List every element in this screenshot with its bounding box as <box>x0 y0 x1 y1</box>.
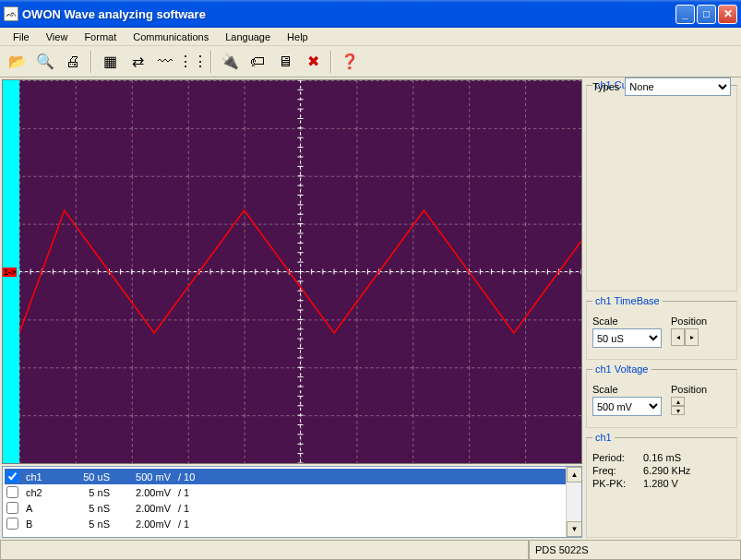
scope-grid <box>19 80 581 463</box>
timebase-legend: ch1 TimeBase <box>592 295 663 306</box>
channel-checkbox[interactable] <box>6 502 18 514</box>
channel-time: 5 nS <box>66 487 117 498</box>
tb-scale-select[interactable]: 50 uS <box>592 328 662 348</box>
scroll-up-icon[interactable]: ▲ <box>567 467 582 483</box>
channel-volt: 2.00mV <box>121 518 174 530</box>
channel-time: 5 nS <box>66 518 117 530</box>
channel-row[interactable]: ch25 nS2.00mV/ 1 <box>5 484 580 500</box>
pkpk-label: PK-PK: <box>592 478 643 489</box>
measure-icon[interactable]: ⇄ <box>125 50 149 74</box>
print-icon[interactable]: 🖨 <box>61 50 85 74</box>
types-select[interactable]: None <box>625 77 731 96</box>
channel-volt: 500 mV <box>121 471 174 483</box>
channel-checkbox[interactable] <box>6 518 18 530</box>
channel-row[interactable]: A5 nS2.00mV/ 1 <box>5 500 580 516</box>
window-title: OWON Wave analyzing software <box>22 7 675 21</box>
channel-name: B <box>26 518 63 530</box>
channel-volt: 2.00mV <box>121 487 174 498</box>
app-icon: ᨒ <box>4 6 18 21</box>
voltage-legend: ch1 Voltage <box>592 363 651 375</box>
channel-row[interactable]: ch150 uS500 mV/ 10 <box>5 469 580 484</box>
channel-time: 50 uS <box>66 471 117 483</box>
menu-file[interactable]: File <box>6 30 37 44</box>
scatter-icon[interactable]: ⋮⋮ <box>181 50 205 74</box>
wave-icon[interactable]: 〰 <box>153 50 177 74</box>
menu-help[interactable]: Help <box>280 30 316 44</box>
titlebar: ᨒ OWON Wave analyzing software _ □ ✕ <box>0 0 741 28</box>
volt-pos-down-button[interactable]: ▾ <box>671 406 685 415</box>
stats-panel: ch1 Period:0.16 mS Freq:6.290 KHz PK-PK:… <box>586 432 737 538</box>
connect-icon[interactable]: 🔌 <box>218 50 242 74</box>
pkpk-value: 1.280 V <box>643 478 678 489</box>
menu-view[interactable]: View <box>39 30 76 44</box>
timebase-panel: ch1 TimeBase Scale 50 uS Position ◂ ▸ <box>586 295 737 360</box>
channel-checkbox[interactable] <box>6 471 18 483</box>
tb-scale-label: Scale <box>592 316 662 327</box>
channel-volt: 2.00mV <box>121 503 174 514</box>
scope-left-margin: 1-> <box>3 80 19 463</box>
volt-position-label: Position <box>671 384 707 395</box>
search-icon[interactable]: 🔍 <box>33 50 57 74</box>
volt-scale-select[interactable]: 500 mV <box>592 397 662 416</box>
period-value: 0.16 mS <box>643 452 681 463</box>
tb-position-label: Position <box>671 316 707 327</box>
freq-value: 6.290 KHz <box>643 465 690 476</box>
separator <box>90 51 92 73</box>
channel-div: / 10 <box>178 471 215 483</box>
channel-name: A <box>26 503 63 514</box>
volt-scale-label: Scale <box>592 384 662 395</box>
menubar: File View Format Communications Language… <box>0 28 741 46</box>
menu-communications[interactable]: Communications <box>125 30 216 44</box>
scroll-down-icon[interactable]: ▼ <box>567 521 582 537</box>
close-button[interactable]: ✕ <box>718 5 737 24</box>
toolbar: 📂 🔍 🖨 ▦ ⇄ 〰 ⋮⋮ 🔌 🏷 🖥 ✖ ❓ <box>0 46 741 77</box>
freq-label: Freq: <box>592 465 643 476</box>
channel-row[interactable]: B5 nS2.00mV/ 1 <box>5 516 580 531</box>
period-label: Period: <box>592 452 643 463</box>
scope-display[interactable]: 1-> <box>2 79 582 464</box>
channel-div: / 1 <box>178 503 215 514</box>
open-icon[interactable]: 📂 <box>6 50 30 74</box>
channel-div: / 1 <box>178 518 215 530</box>
maximize-button[interactable]: □ <box>697 5 716 24</box>
grid-icon[interactable]: ▦ <box>98 50 122 74</box>
separator <box>210 51 212 73</box>
tag-icon[interactable]: 🏷 <box>245 50 269 74</box>
channel-time: 5 nS <box>66 503 117 514</box>
tb-pos-left-button[interactable]: ◂ <box>671 328 685 346</box>
voltage-panel: ch1 Voltage Scale 500 mV Position ▴ ▾ <box>586 363 737 428</box>
channel-checkbox[interactable] <box>6 486 18 498</box>
menu-format[interactable]: Format <box>77 30 124 44</box>
types-label: Types <box>592 81 619 92</box>
tb-pos-right-button[interactable]: ▸ <box>685 328 699 346</box>
help-icon[interactable]: ❓ <box>338 50 362 74</box>
channel-name: ch1 <box>26 471 63 483</box>
status-model: PDS 5022S <box>529 541 741 560</box>
channel-name: ch2 <box>26 487 63 498</box>
statusbar: PDS 5022S <box>0 540 741 560</box>
stop-icon[interactable]: ✖ <box>301 50 325 74</box>
volt-pos-up-button[interactable]: ▴ <box>671 397 685 406</box>
minimize-button[interactable]: _ <box>675 5 695 24</box>
channel-div: / 1 <box>178 487 215 498</box>
scrollbar[interactable]: ▲ ▼ <box>566 467 581 537</box>
status-pane <box>0 541 529 560</box>
menu-language[interactable]: Language <box>218 30 278 44</box>
separator <box>330 51 332 73</box>
stats-legend: ch1 <box>592 432 615 443</box>
cursor-panel: ch1 Cursor Types None <box>586 79 737 292</box>
channel-marker: 1-> <box>3 268 17 277</box>
system-icon[interactable]: 🖥 <box>273 50 297 74</box>
channel-list[interactable]: ch150 uS500 mV/ 10ch25 nS2.00mV/ 1A5 nS2… <box>2 466 582 538</box>
